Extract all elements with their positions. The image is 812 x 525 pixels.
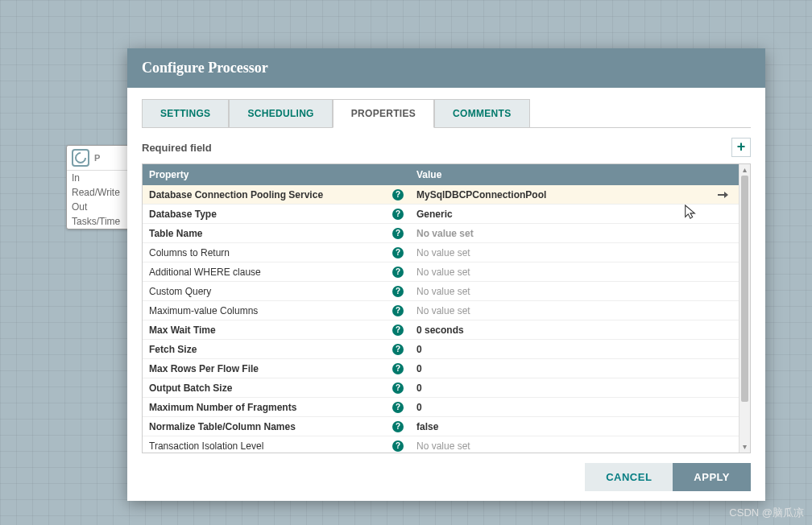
property-row[interactable]: Output Batch Size?0 bbox=[143, 378, 739, 398]
add-property-button[interactable]: + bbox=[731, 138, 751, 157]
property-row[interactable]: Database Type?Generic bbox=[143, 205, 739, 224]
help-icon[interactable]: ? bbox=[392, 305, 404, 316]
property-row[interactable]: Transaction Isolation Level?No value set bbox=[143, 436, 739, 453]
apply-button[interactable]: APPLY bbox=[673, 463, 751, 491]
required-field-label: Required field bbox=[142, 142, 212, 154]
help-icon[interactable]: ? bbox=[392, 363, 404, 374]
column-header-value: Value bbox=[410, 164, 739, 185]
property-name: Columns to Return bbox=[149, 247, 387, 258]
help-icon[interactable]: ? bbox=[392, 344, 404, 355]
column-header-property: Property bbox=[143, 164, 410, 185]
property-row[interactable]: Fetch Size?0 bbox=[143, 340, 739, 359]
property-value[interactable]: 0 bbox=[410, 379, 674, 397]
property-row[interactable]: Max Wait Time?0 seconds bbox=[143, 320, 739, 340]
property-value[interactable]: 0 bbox=[410, 360, 674, 378]
tab-properties[interactable]: PROPERTIES bbox=[333, 99, 434, 128]
help-icon[interactable]: ? bbox=[392, 189, 404, 200]
property-name: Max Wait Time bbox=[149, 325, 387, 336]
help-icon[interactable]: ? bbox=[392, 325, 404, 336]
property-row[interactable]: Normalize Table/Column Names?false bbox=[143, 417, 739, 436]
property-name: Database Connection Pooling Service bbox=[149, 189, 387, 200]
help-icon[interactable]: ? bbox=[392, 267, 404, 278]
help-icon[interactable]: ? bbox=[392, 402, 404, 413]
scrollbar-thumb[interactable] bbox=[741, 176, 748, 402]
property-name: Maximum-value Columns bbox=[149, 305, 387, 316]
help-icon[interactable]: ? bbox=[392, 440, 404, 452]
property-name: Output Batch Size bbox=[149, 382, 387, 394]
property-name: Transaction Isolation Level bbox=[149, 440, 387, 452]
help-icon[interactable]: ? bbox=[392, 228, 404, 239]
help-icon[interactable]: ? bbox=[392, 421, 404, 432]
tab-scheduling[interactable]: SCHEDULING bbox=[229, 99, 332, 128]
property-value[interactable]: false bbox=[410, 418, 674, 436]
cancel-button[interactable]: CANCEL bbox=[585, 463, 673, 491]
processor-type-badge: P bbox=[94, 153, 100, 163]
property-row[interactable]: Max Rows Per Flow File?0 bbox=[143, 359, 739, 378]
scrollbar-down-icon[interactable]: ▾ bbox=[740, 441, 750, 453]
properties-table: Property Value Database Connection Pooli… bbox=[142, 163, 751, 453]
property-name: Maximum Number of Fragments bbox=[149, 402, 387, 413]
property-name: Additional WHERE clause bbox=[149, 267, 387, 278]
dialog-title: Configure Processor bbox=[127, 48, 765, 88]
property-row[interactable]: Maximum Number of Fragments?0 bbox=[143, 398, 739, 417]
scrollbar-up-icon[interactable]: ▴ bbox=[740, 164, 750, 176]
property-value[interactable]: Generic bbox=[410, 205, 674, 223]
help-icon[interactable]: ? bbox=[392, 382, 404, 394]
property-row[interactable]: Columns to Return?No value set bbox=[143, 243, 739, 262]
help-icon[interactable]: ? bbox=[392, 286, 404, 297]
scrollbar-vertical[interactable]: ▴ ▾ bbox=[739, 164, 750, 453]
property-value[interactable]: 0 bbox=[410, 341, 674, 358]
property-row[interactable]: Custom Query?No value set bbox=[143, 282, 739, 301]
goto-service-icon[interactable] bbox=[718, 189, 731, 200]
property-value[interactable]: No value set bbox=[410, 437, 674, 453]
property-name: Fetch Size bbox=[149, 344, 387, 355]
property-name: Database Type bbox=[149, 209, 387, 220]
property-row[interactable]: Maximum-value Columns?No value set bbox=[143, 301, 739, 320]
property-row[interactable]: Table Name?No value set bbox=[143, 224, 739, 243]
property-row[interactable]: Database Connection Pooling Service?MySq… bbox=[143, 185, 739, 205]
property-value[interactable]: MySqlDBCPConnectionPool bbox=[410, 186, 674, 204]
property-value[interactable]: No value set bbox=[410, 302, 674, 320]
help-icon[interactable]: ? bbox=[392, 209, 404, 220]
tab-bar: SETTINGS SCHEDULING PROPERTIES COMMENTS bbox=[142, 99, 751, 128]
property-value[interactable]: 0 bbox=[410, 399, 674, 416]
processor-icon bbox=[72, 149, 89, 167]
configure-processor-dialog: Configure Processor SETTINGS SCHEDULING … bbox=[127, 48, 765, 501]
property-name: Normalize Table/Column Names bbox=[149, 421, 387, 432]
property-name: Custom Query bbox=[149, 286, 387, 297]
property-value[interactable]: No value set bbox=[410, 225, 674, 242]
property-value[interactable]: No value set bbox=[410, 263, 674, 281]
property-value[interactable]: No value set bbox=[410, 244, 674, 262]
property-value[interactable]: 0 seconds bbox=[410, 321, 674, 339]
help-icon[interactable]: ? bbox=[392, 247, 404, 258]
property-name: Table Name bbox=[149, 228, 387, 239]
watermark: CSDN @脑瓜凉 bbox=[729, 506, 804, 520]
property-value[interactable]: No value set bbox=[410, 283, 674, 300]
tab-settings[interactable]: SETTINGS bbox=[142, 99, 229, 128]
property-row[interactable]: Additional WHERE clause?No value set bbox=[143, 262, 739, 282]
tab-comments[interactable]: COMMENTS bbox=[434, 99, 529, 128]
property-name: Max Rows Per Flow File bbox=[149, 363, 387, 374]
